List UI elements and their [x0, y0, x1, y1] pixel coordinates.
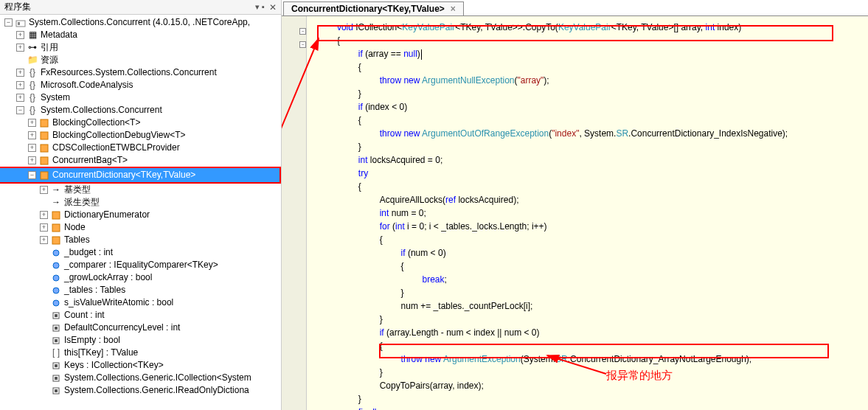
expand-icon[interactable]: +	[28, 131, 36, 139]
close-icon[interactable]: ✕	[269, 2, 277, 13]
svg-rect-26	[55, 389, 58, 392]
svg-point-13	[53, 288, 59, 293]
svg-point-12	[53, 275, 59, 281]
metadata-icon: ▦	[27, 29, 38, 41]
svg-point-11	[53, 263, 59, 268]
code-editor[interactable]: − − void ICollection<KeyValuePair<TKey, …	[282, 16, 868, 410]
expand-icon[interactable]: +	[40, 211, 48, 219]
expand-icon[interactable]: +	[40, 236, 48, 244]
tree-item[interactable]: 📁资源	[0, 54, 281, 66]
fold-icon[interactable]: −	[299, 41, 306, 48]
tree-item[interactable]: +▦Metadata	[0, 29, 281, 41]
tree-item[interactable]: _tables : Tables	[0, 284, 281, 296]
tree-item[interactable]: System.Collections.Generic.ICollection<S…	[0, 372, 281, 384]
collapse-icon[interactable]: −	[16, 106, 24, 114]
property-icon	[50, 385, 62, 397]
class-icon	[38, 130, 50, 142]
namespace-icon: {}	[27, 67, 38, 79]
property-icon	[50, 322, 62, 334]
code-content: void ICollection<KeyValuePair<TKey, TVal…	[316, 21, 868, 410]
class-icon	[38, 170, 50, 181]
indexer-icon: [ ]	[50, 347, 62, 359]
property-icon	[50, 335, 62, 347]
field-icon	[50, 297, 62, 309]
tree-item[interactable]: Keys : ICollection<TKey>	[0, 359, 281, 372]
tree-item[interactable]: _comparer : IEqualityComparer<TKey>	[0, 259, 281, 271]
class-icon	[38, 155, 50, 167]
svg-rect-22	[55, 364, 58, 367]
svg-rect-0	[16, 21, 25, 27]
tree-view[interactable]: −System.Collections.Concurrent (4.0.15.0…	[0, 15, 281, 410]
expand-icon[interactable]: +	[16, 31, 24, 39]
svg-rect-5	[41, 157, 48, 164]
class-icon	[38, 142, 50, 154]
fold-icon[interactable]: −	[299, 28, 306, 35]
class-icon	[50, 209, 62, 221]
tree-item[interactable]: +CDSCollectionETWBCLProvider	[0, 142, 281, 154]
tree-item[interactable]: _growLockArray : bool	[0, 271, 281, 284]
pin-icon[interactable]: ▾ ▪	[255, 2, 265, 12]
tree-item[interactable]: System.Collections.Generic.IReadOnlyDict…	[0, 384, 281, 397]
annotation-text: 报异常的地方	[606, 369, 673, 382]
property-icon	[50, 372, 62, 384]
tree-item[interactable]: −{}System.Collections.Concurrent	[0, 104, 281, 117]
expand-icon[interactable]: +	[16, 94, 24, 102]
expand-icon[interactable]: +	[40, 223, 48, 232]
panel-title: 程序集	[4, 1, 252, 13]
tree-item[interactable]: +{}System	[0, 91, 281, 104]
tab-active[interactable]: ConcurrentDictionary<TKey,TValue>×	[283, 1, 464, 15]
tree-item[interactable]: [ ]this[TKey] : TValue	[0, 347, 281, 359]
gutter: − −	[282, 16, 307, 410]
tree-item[interactable]: +BlockingCollection<T>	[0, 117, 281, 129]
tab-bar: ConcurrentDictionary<TKey,TValue>×	[282, 0, 868, 16]
namespace-icon: {}	[27, 80, 38, 91]
tree-item[interactable]: +{}Microsoft.CodeAnalysis	[0, 79, 281, 91]
tree-item-selected[interactable]: −ConcurrentDictionary<TKey,TValue>	[0, 167, 281, 184]
expand-icon[interactable]: +	[28, 144, 36, 152]
tree-item[interactable]: _budget : int	[0, 246, 281, 259]
expand-icon[interactable]: +	[28, 119, 36, 127]
svg-point-10	[53, 250, 59, 256]
namespace-icon: {}	[27, 105, 38, 117]
collapse-icon[interactable]: −	[28, 171, 36, 179]
svg-rect-6	[41, 172, 48, 179]
assembly-explorer-panel: 程序集 ▾ ▪ ✕ −System.Collections.Concurrent…	[0, 0, 282, 410]
expand-icon[interactable]: +	[16, 81, 24, 89]
expand-icon[interactable]: +	[28, 156, 36, 164]
tree-item[interactable]: +{}FxResources.System.Collections.Concur…	[0, 66, 281, 79]
svg-rect-4	[41, 145, 48, 152]
assembly-icon	[15, 17, 27, 29]
expand-icon[interactable]: +	[40, 186, 48, 194]
tree-item[interactable]: IsEmpty : bool	[0, 334, 281, 347]
svg-rect-24	[55, 377, 58, 380]
panel-header: 程序集 ▾ ▪ ✕	[0, 0, 281, 15]
tree-item[interactable]: s_isValueWriteAtomic : bool	[0, 296, 281, 309]
refs-icon: ⊶	[27, 42, 38, 54]
tree-item[interactable]: →派生类型	[0, 196, 281, 209]
tree-item[interactable]: DefaultConcurrencyLevel : int	[0, 322, 281, 334]
property-icon	[50, 360, 62, 372]
close-tab-icon[interactable]: ×	[451, 4, 456, 14]
folder-icon: →	[50, 184, 62, 196]
class-icon	[38, 117, 50, 129]
property-icon	[50, 310, 62, 322]
tree-item[interactable]: +Node	[0, 221, 281, 234]
svg-point-14	[53, 300, 59, 306]
expand-icon[interactable]: +	[16, 44, 24, 52]
tree-item[interactable]: +ConcurrentBag<T>	[0, 154, 281, 167]
tree-item[interactable]: +→基类型	[0, 184, 281, 196]
svg-rect-2	[41, 119, 48, 127]
collapse-icon[interactable]: −	[4, 18, 13, 27]
tree-root[interactable]: −System.Collections.Concurrent (4.0.15.0…	[0, 16, 281, 29]
svg-rect-1	[18, 22, 20, 25]
tree-item[interactable]: +DictionaryEnumerator	[0, 209, 281, 221]
class-icon	[50, 222, 62, 234]
tree-item[interactable]: Count : int	[0, 309, 281, 322]
tree-item[interactable]: +⊶引用	[0, 41, 281, 54]
tree-item[interactable]: +Tables	[0, 234, 281, 246]
svg-rect-20	[55, 339, 58, 342]
code-panel: ConcurrentDictionary<TKey,TValue>× − − v…	[282, 0, 868, 410]
expand-icon[interactable]: +	[16, 69, 24, 77]
field-icon	[50, 285, 62, 296]
tree-item[interactable]: +BlockingCollectionDebugView<T>	[0, 129, 281, 142]
